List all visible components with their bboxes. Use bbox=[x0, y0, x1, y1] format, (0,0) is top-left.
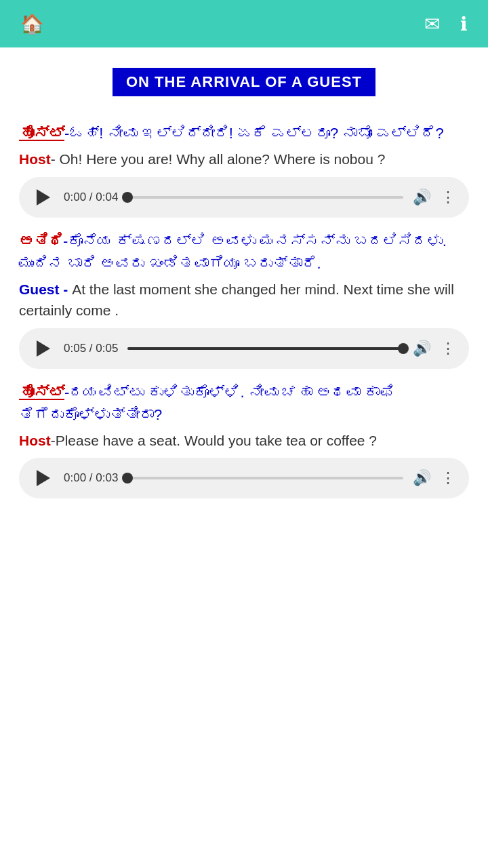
guest1-english-body: At the last moment she changed her mind.… bbox=[19, 281, 454, 319]
host1-english: Host- Oh! Here you are! Why all alone? W… bbox=[19, 149, 469, 170]
play-triangle-icon-guest1 bbox=[37, 340, 50, 357]
progress-dot-host2 bbox=[122, 473, 133, 484]
progress-bar-host2[interactable] bbox=[127, 477, 403, 479]
host1-kannada-body: -ಓಹ್! ನೀವು ಇಲ್ಲಿದ್ದೀರಿ! ಏಕೆ ಎಲ್ಲರೂ? ನಾಬೋ… bbox=[64, 125, 444, 142]
audio-player-guest1[interactable]: 0:05 / 0:05 🔊 ⋮ bbox=[19, 328, 469, 369]
volume-icon-host1[interactable]: 🔊 bbox=[413, 189, 431, 206]
title-section: ON THE ARRIVAL OF A GUEST bbox=[0, 47, 488, 103]
host2-kannada-speaker: ಹೋಸ್ಟ್ bbox=[19, 384, 64, 401]
progress-dot-host1 bbox=[122, 192, 133, 203]
play-button-guest1[interactable] bbox=[33, 338, 54, 359]
host2-english-speaker: Host bbox=[19, 433, 51, 448]
play-button-host2[interactable] bbox=[33, 467, 54, 489]
host2-kannada-body: -ದಯವಿಟ್ಟು ಕುಳಿತುಕೊಳ್ಳಿ. ನೀವು ಚಹಾ ಅಥವಾ ಕಾ… bbox=[19, 384, 394, 423]
guest1-kannada: ಅತಿಥಿ-ಕೊನೆಯ ಕ್ಷಣದಲ್ಲಿ ಅವಳು ಮನಸ್ಸನ್ನು ಬದಲ… bbox=[19, 230, 469, 275]
topbar: 🏠 ✉ ℹ bbox=[0, 0, 488, 47]
host2-kannada: ಹೋಸ್ಟ್-ದಯವಿಟ್ಟು ಕುಳಿತುಕೊಳ್ಳಿ. ನೀವು ಚಹಾ ಅ… bbox=[19, 381, 469, 426]
home-icon[interactable]: 🏠 bbox=[20, 13, 44, 35]
more-options-icon-guest1[interactable]: ⋮ bbox=[441, 340, 455, 357]
audio-player-host1[interactable]: 0:00 / 0:04 🔊 ⋮ bbox=[19, 177, 469, 218]
play-button-host1[interactable] bbox=[33, 186, 54, 208]
guest1-english: Guest - At the last moment she changed h… bbox=[19, 279, 469, 321]
play-triangle-icon bbox=[37, 189, 50, 205]
host2-english: Host-Please have a seat. Would you take … bbox=[19, 430, 469, 452]
guest1-kannada-body: -ಕೊನೆಯ ಕ್ಷಣದಲ್ಲಿ ಅವಳು ಮನಸ್ಸನ್ನು ಬದಲಿಸಿದಳ… bbox=[19, 233, 447, 272]
page-title: ON THE ARRIVAL OF A GUEST bbox=[113, 68, 375, 96]
guest1-kannada-speaker: ಅತಿಥಿ bbox=[19, 233, 63, 250]
volume-icon-guest1[interactable]: 🔊 bbox=[413, 340, 431, 357]
host2-english-body: -Please have a seat. Would you take tea … bbox=[51, 433, 377, 448]
progress-bar-host1[interactable] bbox=[127, 196, 403, 199]
volume-icon-host2[interactable]: 🔊 bbox=[413, 469, 431, 487]
audio-player-host2[interactable]: 0:00 / 0:03 🔊 ⋮ bbox=[19, 458, 469, 498]
progress-fill-guest1 bbox=[127, 347, 403, 350]
host1-kannada: ಹೋಸ್ಟ್-ಓಹ್! ನೀವು ಇಲ್ಲಿದ್ದೀರಿ! ಏಕೆ ಎಲ್ಲರೂ… bbox=[19, 122, 469, 144]
guest1-english-speaker: Guest - bbox=[19, 281, 72, 297]
more-options-icon-host1[interactable]: ⋮ bbox=[441, 189, 455, 206]
more-options-icon-host2[interactable]: ⋮ bbox=[441, 469, 455, 487]
mail-icon[interactable]: ✉ bbox=[424, 13, 440, 35]
topbar-right-icons: ✉ ℹ bbox=[424, 13, 468, 35]
dialogue-host1: ಹೋಸ್ಟ್-ಓಹ್! ನೀವು ಇಲ್ಲಿದ್ದೀರಿ! ಏಕೆ ಎಲ್ಲರೂ… bbox=[19, 122, 469, 218]
audio-time-host1: 0:00 / 0:04 bbox=[64, 191, 118, 204]
host1-kannada-speaker: ಹೋಸ್ಟ್ bbox=[19, 125, 64, 142]
progress-bar-guest1[interactable] bbox=[127, 347, 403, 350]
dialogue-guest1: ಅತಿಥಿ-ಕೊನೆಯ ಕ್ಷಣದಲ್ಲಿ ಅವಳು ಮನಸ್ಸನ್ನು ಬದಲ… bbox=[19, 230, 469, 369]
progress-dot-guest1 bbox=[398, 343, 409, 354]
audio-time-host2: 0:00 / 0:03 bbox=[64, 471, 118, 485]
host1-english-body: - Oh! Here you are! Why all alone? Where… bbox=[51, 151, 386, 167]
host1-english-speaker: Host bbox=[19, 151, 51, 167]
content-area: ಹೋಸ್ಟ್-ಓಹ್! ನೀವು ಇಲ್ಲಿದ್ದೀರಿ! ಏಕೆ ಎಲ್ಲರೂ… bbox=[0, 103, 488, 524]
info-icon[interactable]: ℹ bbox=[460, 13, 468, 35]
dialogue-host2: ಹೋಸ್ಟ್-ದಯವಿಟ್ಟು ಕುಳಿತುಕೊಳ್ಳಿ. ನೀವು ಚಹಾ ಅ… bbox=[19, 381, 469, 499]
audio-time-guest1: 0:05 / 0:05 bbox=[64, 342, 118, 355]
play-triangle-icon-host2 bbox=[37, 470, 50, 486]
